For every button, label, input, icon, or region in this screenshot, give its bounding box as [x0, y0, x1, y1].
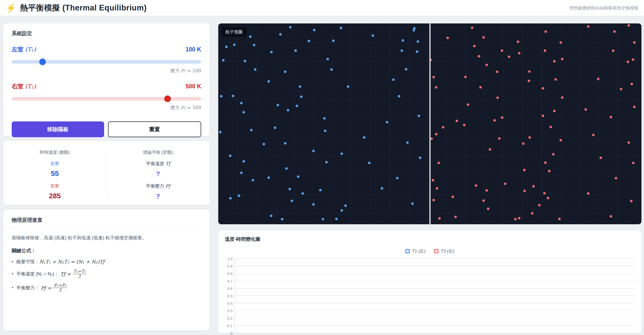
formula-eq-temp-fraction: T₁+T₂ 2	[73, 269, 87, 279]
temperature-readout-card: 即時溫度 (微觀) 左室 55 右室 285 理論平衡 (宏觀) 平衡溫度 Tƒ…	[3, 141, 210, 205]
chart-y-axis: 1.00.90.80.70.60.50.40.30.20.10	[225, 259, 235, 333]
formula-eq-temp-lhs: Tƒ =	[60, 271, 71, 277]
particle	[627, 61, 629, 63]
particle	[289, 26, 292, 29]
particle	[347, 85, 349, 88]
particle	[599, 157, 602, 159]
particle	[250, 129, 253, 131]
right-chamber-name: 右室	[12, 83, 23, 90]
particle	[451, 196, 454, 198]
left-temp-slider[interactable]	[12, 60, 201, 64]
particle	[485, 189, 488, 192]
particle	[496, 71, 498, 73]
y-axis-tick-label: 0.8	[227, 271, 232, 276]
particle	[550, 126, 552, 128]
particle	[438, 217, 441, 220]
right-pressure-value: ≈ 500	[187, 105, 201, 110]
particle	[615, 177, 617, 179]
particle	[240, 102, 243, 104]
particle	[325, 161, 328, 163]
particle	[542, 115, 544, 117]
particle	[514, 218, 517, 220]
control-sidebar: 系統設定 左室 (T₁) 100 K 壓力 P₁ ≈ 100 右室 (T₂)	[3, 23, 210, 330]
particle	[289, 188, 291, 190]
particle	[229, 197, 232, 200]
particle	[504, 183, 506, 185]
formula-eq-press: 平衡壓力： Pƒ = P₁+P₂ 2	[12, 283, 201, 293]
right-pressure-note: 壓力 P₂ ≈ 500	[12, 105, 201, 111]
particle	[340, 27, 342, 29]
particle	[340, 152, 343, 155]
particle	[297, 175, 299, 178]
particle	[587, 25, 590, 28]
particle	[633, 106, 636, 108]
page-subtitle: 理想氣體絕熱自由膨脹與熱交換模擬	[569, 5, 638, 11]
particle	[335, 218, 338, 220]
right-pressure-label: 壓力	[170, 105, 180, 110]
left-temp-value: 100 K	[186, 46, 201, 53]
particle	[340, 209, 343, 212]
particle	[270, 51, 273, 53]
left-chamber-name: 左室	[12, 46, 23, 53]
formula-energy: 能量守恆： N₁T₁ + N₂T₂ = (N₁ + N₂)Tƒ	[12, 259, 201, 265]
eq-temp-value: ?	[156, 170, 160, 178]
particle	[630, 200, 633, 202]
particle	[326, 58, 329, 60]
particle	[225, 46, 228, 48]
legend-item[interactable]: T2 (右)	[434, 248, 454, 254]
particle	[411, 202, 414, 205]
particle	[267, 80, 270, 83]
right-temp-slider[interactable]	[12, 97, 201, 101]
particle	[561, 96, 564, 99]
eq-press-symbol: Pƒ	[166, 183, 170, 189]
gridline	[235, 266, 635, 266]
left-temp-slider-thumb[interactable]	[39, 59, 46, 65]
right-chamber-row: 右室 (T₂) 500 K	[12, 82, 201, 90]
particle	[446, 37, 449, 39]
particle	[489, 148, 491, 151]
particle	[553, 110, 556, 112]
particle	[281, 218, 283, 220]
particle	[544, 49, 546, 52]
particle	[496, 96, 499, 99]
eq-press-value: ?	[156, 193, 160, 200]
eq-press-text: 平衡壓力	[146, 184, 164, 189]
left-pressure-note: 壓力 P₁ ≈ 100	[12, 68, 201, 74]
particle	[464, 76, 467, 78]
particle	[368, 162, 371, 164]
particle	[386, 121, 388, 123]
particle	[242, 111, 245, 114]
system-settings-card: 系統設定 左室 (T₁) 100 K 壓力 P₁ ≈ 100 右室 (T₂)	[3, 23, 210, 136]
remove-divider-button[interactable]: 移除隔板	[12, 121, 104, 137]
right-pressure-symbol: P₂	[181, 105, 186, 110]
y-axis-tick-label: 0.7	[227, 279, 232, 283]
particle	[430, 137, 433, 140]
particle	[270, 215, 272, 217]
principles-title: 物理原理速查	[12, 217, 201, 224]
principles-divider	[12, 229, 201, 229]
particle	[559, 139, 562, 142]
particle	[294, 49, 297, 52]
particle	[561, 58, 564, 60]
particle	[242, 160, 245, 163]
right-chamber-symbol: (T₂)	[25, 83, 36, 90]
particle	[522, 142, 525, 145]
formula-eq-press-fraction: P₁+P₂ 2	[53, 283, 67, 293]
right-temp-slider-thumb[interactable]	[164, 95, 171, 102]
readout-left-label: 左室	[50, 161, 59, 166]
particle	[544, 161, 547, 164]
chart-legend: T1 (左)T2 (右)	[225, 248, 635, 254]
formula-energy-math: N₁T₁ + N₂T₂ = (N₁ + N₂)Tƒ	[39, 259, 104, 264]
legend-item[interactable]: T1 (左)	[405, 248, 426, 254]
formula-eq-press-label: 平衡壓力：	[16, 285, 39, 291]
particle	[435, 86, 437, 89]
particle	[299, 85, 301, 88]
particle	[478, 55, 480, 58]
particle	[543, 192, 546, 194]
particle	[432, 179, 434, 182]
particle	[319, 189, 322, 191]
particle	[253, 44, 255, 46]
particle	[485, 64, 488, 66]
reset-button[interactable]: 重置	[108, 121, 201, 137]
particle	[631, 83, 633, 85]
